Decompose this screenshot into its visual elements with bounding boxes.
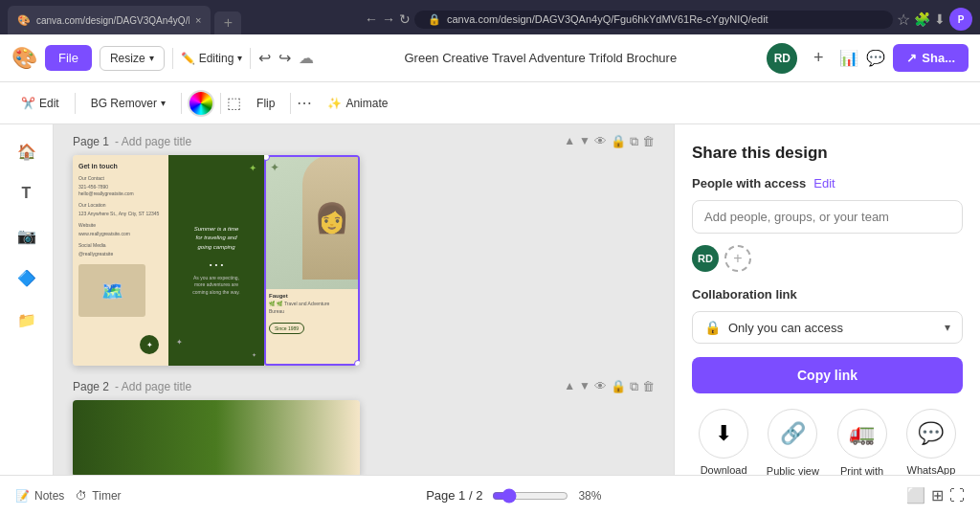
redo-button[interactable]: ↪ [278,49,291,67]
download-action[interactable]: ⬇ Download [692,409,755,475]
page2-delete-icon[interactable]: 🗑 [642,379,655,394]
edit-toolbar: ✂️ Edit BG Remover ▾ ⬚ Flip ⋯ ✨ Animate [0,82,980,124]
bg-remover-chevron-icon: ▾ [161,98,166,108]
resize-label: Resize [110,52,145,65]
extensions-icon[interactable]: 🧩 [914,11,930,27]
share-button[interactable]: ↗ Sha... [893,44,969,72]
notes-button[interactable]: 📝 Notes [15,489,64,503]
bookmark-icon[interactable]: ☆ [897,11,910,29]
animate-button[interactable]: ✨ Animate [318,92,397,115]
page2-add-title[interactable]: - Add page title [115,380,191,393]
main-content: 🏠 T 📷 🔷 📁 Page 1 - Add page title ▲ ▼ 👁 … [0,124,980,475]
add-people-input[interactable] [692,200,963,234]
edit-button[interactable]: ✂️ Edit [11,92,69,115]
browser-forward-icon[interactable]: → [382,11,395,27]
page1-copy-icon[interactable]: ⧉ [630,134,638,149]
toolbar-divider [75,93,76,114]
download-icon-circle: ⬇ [699,409,748,459]
fullscreen-icon[interactable]: ⛶ [949,487,965,504]
color-picker-button[interactable] [188,90,214,117]
tab-close-icon[interactable]: × [195,14,201,26]
page1-thumbnail[interactable]: Get in touch Our Contact 321-456-7890 he… [73,155,360,366]
divider2 [250,48,251,69]
crop-tool-icon[interactable]: ⬚ [227,94,241,112]
doc-title: Green Creative Travel Adventure Trifold … [322,51,759,65]
browser-download-icon[interactable]: ⬇ [934,11,946,27]
add-person-button[interactable]: + [724,245,751,272]
public-view-label: Public view link [761,464,824,475]
download-label: Download [701,464,747,475]
page1-add-title[interactable]: - Add page title [115,135,191,148]
bg-remover-button[interactable]: BG Remover ▾ [81,92,175,115]
edit-access-link[interactable]: Edit [813,176,835,190]
browser-profile[interactable]: P [949,8,972,31]
resize-button[interactable]: Resize ▾ [100,46,165,71]
page-zoom-slider[interactable] [492,488,568,504]
page2-down-icon[interactable]: ▼ [579,379,590,394]
print-label: Print with Canva [831,464,894,475]
lock-access-icon: 🔒 [704,320,721,335]
address-bar[interactable]: 🔒 canva.com/design/DAGV3QAn4yQ/Fgu6hkYdM… [414,11,893,29]
add-collaborator-button[interactable]: + [805,45,832,72]
pencil-icon: ✏️ [181,52,195,65]
page2-lock-icon[interactable]: 🔒 [611,379,626,394]
access-dropdown[interactable]: 🔒 Only you can access ▾ [692,311,963,344]
page-indicator: Page 1 / 2 [426,488,482,503]
cloud-save-icon: ☁ [299,49,314,67]
tab-url: canva.com/design/DAGV3QAn4yQ/Fgu6hkYdMV6… [36,15,189,26]
undo-button[interactable]: ↩ [258,49,271,67]
page1-label: Page 1 [73,135,109,148]
left-sidebar: 🏠 T 📷 🔷 📁 [0,124,54,475]
sidebar-item-uploads[interactable]: 📁 [6,301,48,339]
people-access-row: People with access Edit [692,176,963,190]
sidebar-item-photos[interactable]: 📷 [6,216,48,255]
uploads-icon: 📁 [17,311,36,329]
page1-up-icon[interactable]: ▲ [564,134,575,149]
activity-icon[interactable]: 📊 [839,49,858,67]
sidebar-item-text[interactable]: T [6,174,48,213]
page1-delete-icon[interactable]: 🗑 [642,134,655,149]
editing-button[interactable]: ✏️ Editing ▾ [181,52,243,65]
toolbar-divider4 [290,93,291,114]
page2-thumbnail[interactable] [73,400,360,475]
photos-icon: 📷 [17,227,36,245]
sidebar-item-home[interactable]: 🏠 [6,132,48,170]
sidebar-item-shapes[interactable]: 🔷 [6,258,48,297]
page2-up-icon[interactable]: ▲ [564,379,575,394]
access-status-text: Only you can access [728,321,937,335]
page1-down-icon[interactable]: ▼ [579,134,590,149]
brochure-left-panel: Get in touch Our Contact 321-456-7890 he… [73,155,168,366]
page1-hide-icon[interactable]: 👁 [594,134,607,149]
page1-lock-icon[interactable]: 🔒 [611,134,626,149]
dropdown-chevron-icon: ▾ [945,321,950,334]
file-button[interactable]: File [45,45,92,71]
view-controls: ⬜ ⊞ ⛶ [906,486,965,504]
timer-button[interactable]: ⏱ Timer [76,489,121,503]
new-tab-button[interactable]: + [214,11,241,34]
more-tools-icon[interactable]: ⋯ [297,94,312,112]
copy-link-button[interactable]: Copy link [692,357,963,393]
public-view-icon-circle: 🔗 [768,409,817,459]
whatsapp-icon-circle: 💬 [906,409,956,459]
page2-copy-icon[interactable]: ⧉ [630,379,638,394]
user-avatar[interactable]: RD [767,43,797,74]
grid-view-icon[interactable]: ⊞ [931,486,944,504]
people-access-label: People with access [692,176,806,190]
page2-hide-icon[interactable]: 👁 [594,379,607,394]
avatar-row: RD + [692,245,963,272]
flip-button[interactable]: Flip [247,92,284,115]
comments-icon[interactable]: 💬 [866,49,885,67]
single-view-icon[interactable]: ⬜ [906,486,925,504]
lock-icon: 🔒 [428,13,441,26]
canva-logo[interactable]: 🎨 [11,46,37,71]
editing-chevron-icon: ▾ [237,53,242,63]
user-avatar-share[interactable]: RD [692,245,719,272]
brochure-mid-panel: Summer is a timefor traveling andgoing c… [168,155,264,366]
whatsapp-action[interactable]: 💬 WhatsApp [900,409,963,475]
toolbar-divider3 [220,93,221,114]
print-action[interactable]: 🚛 Print with Canva [831,409,894,475]
public-view-action[interactable]: 🔗 Public view link [761,409,824,475]
collab-link-label: Collaboration link [692,287,963,302]
browser-refresh-icon[interactable]: ↻ [399,11,411,27]
browser-back-icon[interactable]: ← [365,11,378,27]
